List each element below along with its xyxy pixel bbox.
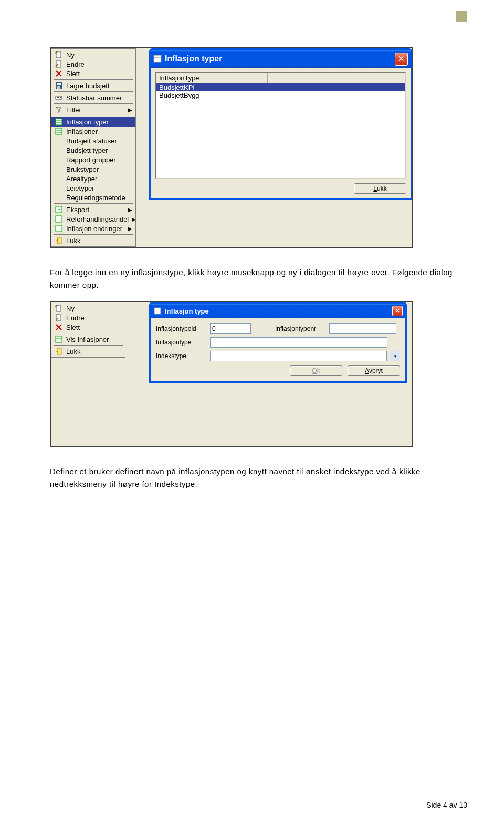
- menu-item-vis-inflasjoner[interactable]: Vis Inflasjoner: [51, 335, 125, 344]
- lukk-button[interactable]: Lukk: [354, 183, 406, 194]
- svg-rect-10: [57, 97, 58, 98]
- menu-item-ny[interactable]: Ny: [51, 50, 135, 59]
- menu-item-budsjett-statuser[interactable]: Budsjett statuser: [51, 136, 135, 145]
- submenu-arrow-icon: ▶: [128, 226, 132, 232]
- paragraph-2: Definer et bruker definert navn på infla…: [50, 465, 467, 490]
- menu-item-brukstyper[interactable]: Brukstyper: [51, 164, 135, 174]
- sheet-icon: [55, 127, 63, 135]
- new-icon: [55, 304, 63, 312]
- menu-item-arealtyper[interactable]: Arealtyper: [51, 174, 135, 183]
- submenu-arrow-icon: ▶: [128, 207, 132, 213]
- svg-rect-8: [57, 86, 60, 89]
- window-icon: [153, 55, 162, 63]
- ok-button[interactable]: Ok: [290, 365, 342, 376]
- menu-item-lukk[interactable]: Lukk: [51, 236, 135, 245]
- menu-item-ny[interactable]: Ny: [51, 304, 125, 313]
- export-icon: [55, 224, 63, 233]
- input-value: 0: [212, 325, 216, 332]
- svg-rect-20: [56, 216, 62, 222]
- avbryt-button[interactable]: Avbryt: [348, 365, 400, 376]
- menu-label: Brukstyper: [66, 165, 132, 173]
- menu-item-rapport-grupper[interactable]: Rapport grupper: [51, 155, 135, 164]
- sheet-icon: [55, 335, 63, 343]
- menu-label: Reguleringsmetode: [66, 194, 132, 202]
- close-button[interactable]: ✕: [395, 53, 408, 66]
- titlebar[interactable]: Inflasjon typer ✕: [151, 50, 411, 68]
- button-label: ukk: [377, 185, 387, 192]
- exit-icon: [55, 236, 63, 245]
- blank-icon: [55, 146, 63, 154]
- menu-item-endre[interactable]: Endre: [51, 313, 125, 322]
- edit-icon: [55, 60, 63, 68]
- menu-label: Budsjett statuser: [66, 137, 132, 145]
- context-menu-1: Ny Endre Slett Lagre budsjett: [51, 48, 136, 247]
- dialog-inflasjon-type: Inflasjon type ✕ Inflasjontypeid 0 Infla…: [149, 302, 407, 383]
- grid-header-cell[interactable]: InflasjonType: [156, 73, 268, 83]
- menu-label: Lukk: [66, 348, 122, 356]
- dialog-inflasjon-typer: Inflasjon typer ✕ InflasjonType Budsjett…: [149, 48, 412, 200]
- menu-item-inflasjon-endringer[interactable]: Inflasjon endringer ▶: [51, 224, 135, 233]
- menu-label: Lagre budsjett: [66, 82, 132, 90]
- menu-separator: [54, 79, 133, 80]
- grid-cell: BudsjettBygg: [156, 91, 267, 99]
- menu-item-filter[interactable]: Filter ▶: [51, 105, 135, 114]
- menu-label: Rapport grupper: [66, 156, 132, 164]
- context-menu-2: Ny Endre Slett Vis Inflasjoner: [51, 302, 125, 358]
- menu-item-lagre[interactable]: Lagre budsjett: [51, 81, 135, 90]
- filter-icon: [55, 106, 63, 114]
- save-icon: [55, 81, 63, 90]
- input-inflasjontypenr[interactable]: [329, 323, 396, 334]
- export-icon: [55, 205, 63, 214]
- grid-row[interactable]: BudsjettBygg: [156, 91, 405, 99]
- menu-label: Slett: [66, 70, 132, 78]
- close-button[interactable]: ✕: [392, 306, 403, 316]
- menu-separator: [54, 234, 133, 235]
- menu-label: Budsjett typer: [66, 147, 132, 154]
- menu-separator: [54, 91, 133, 92]
- menu-item-inflasjoner[interactable]: Inflasjoner: [51, 127, 135, 136]
- menu-item-slett[interactable]: Slett: [51, 69, 135, 78]
- svg-rect-31: [56, 336, 62, 342]
- grid-header: InflasjonType: [156, 73, 405, 83]
- sheet-icon: [55, 118, 63, 126]
- menu-item-eksport[interactable]: Eksport ▶: [51, 205, 135, 214]
- menu-item-endre[interactable]: Endre: [51, 59, 135, 69]
- menu-separator: [54, 103, 133, 104]
- export-icon: [55, 215, 63, 223]
- window-title: Inflasjon type: [165, 307, 392, 315]
- menu-item-budsjett-typer[interactable]: Budsjett typer: [51, 145, 135, 155]
- menu-label: Arealtyper: [66, 175, 132, 183]
- svg-rect-34: [154, 308, 161, 314]
- menu-label: Vis Inflasjoner: [66, 336, 122, 343]
- menu-item-slett[interactable]: Slett: [51, 322, 125, 332]
- input-inflasjontype[interactable]: [210, 337, 387, 348]
- input-inflasjontypeid[interactable]: 0: [210, 323, 251, 334]
- menu-separator: [54, 333, 123, 333]
- screenshot-1: Ny Endre Slett Lagre budsjett: [50, 47, 413, 248]
- dropdown-arrow-icon[interactable]: ▼: [391, 351, 400, 361]
- paragraph-1: For å legge inn en ny inflasjonstype, kl…: [50, 266, 467, 291]
- svg-rect-13: [56, 119, 62, 125]
- svg-rect-2: [56, 61, 61, 67]
- menu-item-inflasjon-typer[interactable]: Inflasjon typer: [51, 117, 135, 127]
- delete-icon: [55, 323, 63, 331]
- menu-label: Inflasjon endringer: [66, 225, 125, 233]
- menu-item-leietyper[interactable]: Leietyper: [51, 183, 135, 193]
- blank-icon: [55, 155, 63, 164]
- menu-item-lukk[interactable]: Lukk: [51, 347, 125, 356]
- menu-separator: [54, 116, 133, 116]
- grid-row-selected[interactable]: BudsjettKPI: [156, 83, 405, 91]
- page-marker: [456, 11, 467, 22]
- close-icon: ✕: [395, 307, 400, 315]
- grid-inflasjon-type[interactable]: InflasjonType BudsjettKPI BudsjettBygg: [155, 72, 406, 179]
- menu-label: Reforhandlingsandel: [66, 215, 129, 223]
- menu-label: Lukk: [66, 237, 132, 245]
- menu-item-reguleringsmetode[interactable]: Reguleringsmetode: [51, 193, 135, 202]
- submenu-arrow-icon: ▶: [128, 107, 132, 113]
- titlebar[interactable]: Inflasjon type ✕: [151, 304, 405, 318]
- menu-item-reforhandling[interactable]: Reforhandlingsandel ▶: [51, 214, 135, 224]
- menu-label: Eksport: [66, 206, 125, 214]
- menu-item-statusbar[interactable]: Statusbar summer: [51, 93, 135, 102]
- blank-icon: [55, 137, 63, 145]
- input-indekstype[interactable]: [210, 351, 387, 361]
